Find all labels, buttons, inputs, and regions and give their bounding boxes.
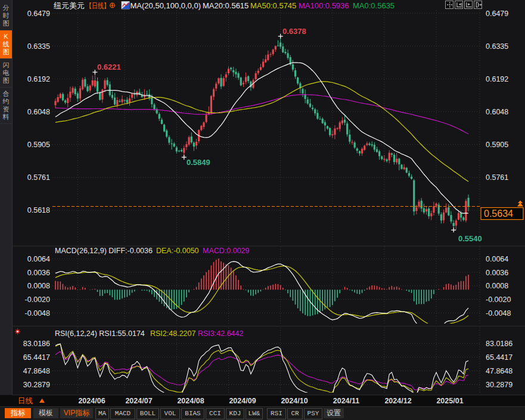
- svg-text:MACD:0.0029: MACD:0.0029: [203, 247, 250, 255]
- svg-text:65.4417: 65.4417: [23, 353, 50, 362]
- svg-text:0.6048: 0.6048: [27, 108, 50, 116]
- svg-text:0.5618: 0.5618: [27, 206, 50, 214]
- svg-text:-0.0020: -0.0020: [25, 295, 50, 304]
- svg-text:0.0064: 0.0064: [486, 255, 508, 263]
- svg-text:2024/09: 2024/09: [229, 397, 256, 405]
- svg-text:-0.0020: -0.0020: [486, 295, 511, 304]
- svg-text:0.6479: 0.6479: [27, 10, 50, 18]
- svg-text:0.6479: 0.6479: [486, 10, 508, 18]
- svg-text:-0.0048: -0.0048: [486, 309, 511, 318]
- svg-text:0.0064: 0.0064: [27, 255, 50, 263]
- svg-text:MA100:0.5936: MA100:0.5936: [299, 1, 349, 10]
- svg-text:【日线】: 【日线】: [86, 2, 110, 10]
- svg-text:纽元美元: 纽元美元: [54, 1, 85, 10]
- svg-text:日线: 日线: [18, 397, 33, 405]
- svg-text:2024/06: 2024/06: [78, 397, 105, 405]
- svg-text:MA0:0.5635: MA0:0.5635: [353, 1, 394, 10]
- svg-text:RSI3:42.6442: RSI3:42.6442: [198, 329, 243, 338]
- svg-text:2024/11: 2024/11: [333, 397, 360, 405]
- svg-text:0.6192: 0.6192: [486, 75, 508, 83]
- svg-text:2024/12: 2024/12: [384, 397, 411, 405]
- svg-text:0.0008: 0.0008: [486, 282, 508, 290]
- svg-text:0.5634: 0.5634: [484, 209, 513, 219]
- svg-text:0.0036: 0.0036: [27, 269, 50, 277]
- svg-text:DEA:-0.0050: DEA:-0.0050: [156, 247, 199, 255]
- svg-text:0.6335: 0.6335: [486, 42, 508, 51]
- svg-text:30.2879: 30.2879: [23, 381, 50, 389]
- svg-text:0.6378: 0.6378: [282, 27, 306, 36]
- svg-text:65.4417: 65.4417: [486, 353, 512, 362]
- svg-text:47.8648: 47.8648: [486, 367, 512, 375]
- svg-text:MA20:0.5615: MA20:0.5615: [203, 1, 248, 10]
- svg-text:2024/08: 2024/08: [177, 397, 204, 405]
- svg-text:RSI(6,12,24) RSI1:55.0174: RSI(6,12,24) RSI1:55.0174: [55, 329, 145, 338]
- svg-text:-0.0048: -0.0048: [25, 309, 50, 318]
- svg-text:MACD(26,12,9) DIFF:-0.0036: MACD(26,12,9) DIFF:-0.0036: [55, 247, 153, 255]
- svg-text:RSI2:48.2207: RSI2:48.2207: [150, 329, 195, 338]
- svg-text:0.5905: 0.5905: [486, 141, 508, 149]
- svg-text:0.6335: 0.6335: [27, 42, 50, 51]
- svg-text:0.5905: 0.5905: [27, 141, 50, 149]
- svg-text:0.6192: 0.6192: [27, 75, 50, 83]
- svg-text:0.5761: 0.5761: [486, 173, 508, 182]
- svg-text:0.5761: 0.5761: [27, 173, 50, 182]
- svg-text:MA50:0.5745: MA50:0.5745: [250, 1, 296, 10]
- svg-text:2024/10: 2024/10: [281, 397, 307, 405]
- svg-text:2024/07: 2024/07: [125, 397, 152, 405]
- svg-text:2025/01: 2025/01: [436, 397, 463, 405]
- svg-text:0.6221: 0.6221: [97, 63, 121, 71]
- svg-text:47.8648: 47.8648: [23, 367, 50, 375]
- svg-text:0.5849: 0.5849: [187, 158, 210, 167]
- svg-text:MA(20,50,100,0,0,0): MA(20,50,100,0,0,0): [131, 1, 201, 10]
- svg-text:83.0186: 83.0186: [23, 340, 50, 348]
- svg-text:0.0036: 0.0036: [486, 269, 508, 277]
- svg-text:0.6048: 0.6048: [486, 108, 508, 116]
- svg-text:30.2879: 30.2879: [486, 381, 512, 389]
- svg-text:0.0008: 0.0008: [27, 282, 50, 290]
- svg-text:83.0186: 83.0186: [486, 340, 512, 348]
- svg-text:0.5540: 0.5540: [458, 234, 482, 243]
